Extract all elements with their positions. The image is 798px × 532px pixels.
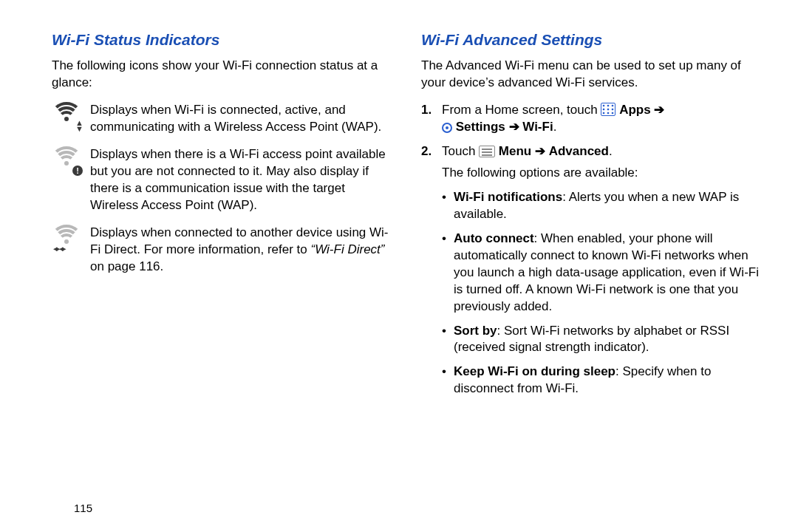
list-item: ▲▼ Displays when Wi-Fi is connected, act… — [52, 102, 392, 136]
list-item: ◂▸◂▸ Displays when connected to another … — [52, 225, 392, 276]
settings-icon — [442, 123, 452, 133]
options-list: Wi-Fi notifications: Alerts you when a n… — [442, 189, 761, 398]
steps-list: From a Home screen, touch Apps ➔ Setting… — [421, 102, 761, 182]
option-item: Auto connect: When enabled, your phone w… — [442, 231, 761, 316]
option-item: Sort by: Sort Wi-Fi networks by alphabet… — [442, 323, 761, 357]
manual-page: Wi-Fi Status Indicators The following ic… — [0, 0, 798, 532]
option-item: Keep Wi-Fi on during sleep: Specify when… — [442, 364, 761, 398]
left-intro: The following icons show your Wi-Fi conn… — [52, 58, 392, 92]
apps-icon — [601, 103, 615, 116]
status-icon-list: ▲▼ Displays when Wi-Fi is connected, act… — [52, 102, 392, 275]
option-item: Wi-Fi notifications: Alerts you when a n… — [442, 189, 761, 223]
wifi-direct-icon: ◂▸◂▸ — [52, 225, 90, 257]
step-2: Touch Menu ➔ Advanced. The following opt… — [421, 143, 761, 182]
right-heading: Wi-Fi Advanced Settings — [421, 30, 761, 50]
icon-description: Displays when there is a Wi-Fi access po… — [90, 146, 392, 214]
right-intro: The Advanced Wi-Fi menu can be used to s… — [421, 58, 761, 92]
wifi-active-icon: ▲▼ — [52, 102, 90, 134]
icon-description: Displays when Wi-Fi is connected, active… — [90, 102, 392, 136]
right-column: Wi-Fi Advanced Settings The Advanced Wi-… — [414, 30, 761, 510]
left-heading: Wi-Fi Status Indicators — [52, 30, 392, 50]
list-item: ! Displays when there is a Wi-Fi access … — [52, 146, 392, 214]
options-intro: The following options are available: — [442, 165, 761, 182]
icon-description: Displays when connected to another devic… — [90, 225, 392, 276]
page-number: 115 — [74, 502, 92, 514]
step-1: From a Home screen, touch Apps ➔ Setting… — [421, 102, 761, 136]
menu-icon — [479, 146, 495, 157]
left-column: Wi-Fi Status Indicators The following ic… — [52, 30, 414, 510]
wifi-available-icon: ! — [52, 146, 90, 179]
